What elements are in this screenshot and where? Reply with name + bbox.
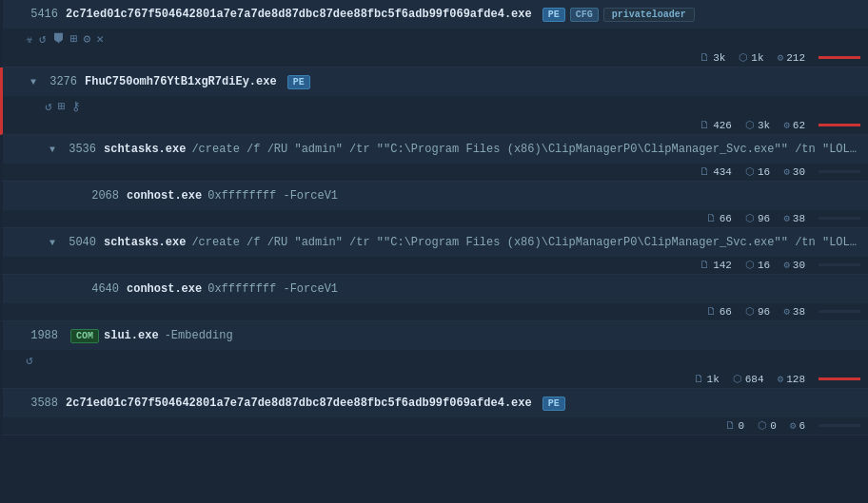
file-stat-value: 0 [739,420,745,432]
file-stat: 🗋 66 [706,212,732,224]
process-row[interactable]: ▼ 3276 FhuC750omh76YtB1xgR7diEy.exe PE [3,68,868,96]
network-stat-value: 16 [758,260,770,271]
network-stat-value: 96 [758,306,770,318]
process-name[interactable]: conhost.exe [127,189,202,203]
file-stat-icon: 🗋 [725,419,736,432]
process-name[interactable]: slui.exe [104,329,159,342]
file-stat-icon: 🗋 [700,165,710,178]
expand-btn[interactable]: ▼ [26,74,41,89]
registry-stat-value: 38 [793,213,805,224]
network-stat: ⬡ 1k [739,51,763,64]
pid: 1988 [22,329,58,342]
process-name[interactable]: 2c71ed01c767f504642801a7e7a7de8d87dbc87d… [66,397,532,410]
process-row[interactable]: 3588 2c71ed01c767f504642801a7e7a7de8d87d… [3,389,868,417]
registry-stat: ⚙ 38 [783,305,805,318]
process-row[interactable]: 1988 COM slui.exe -Embedding [3,321,868,350]
file-stat-value: 66 [720,213,732,224]
process-name[interactable]: conhost.exe [127,282,202,296]
network-stat: ⬡ 96 [745,305,770,318]
registry-stat-icon: ⚙ [783,305,790,318]
registry-stat-icon: ⚙ [790,419,797,432]
network-stat-value: 3k [758,120,770,131]
biohazard-icon[interactable]: ☣ [26,31,33,47]
process-row[interactable]: ▼ 5040 schtasks.exe /create /f /RU "admi… [3,228,868,257]
registry-stat-value: 62 [793,120,805,131]
pid: 3276 [41,75,77,88]
registry-stat-icon: ⚙ [778,51,784,64]
process-group: 1988 COM slui.exe -Embedding ↺ 🗋 1k [0,321,868,389]
file-stat-icon: 🗋 [700,119,710,131]
shield-icon[interactable]: ⛊ [52,32,65,47]
empty-bar [819,263,860,266]
network-stat-value: 684 [745,374,764,385]
refresh-icon[interactable]: ↺ [39,31,47,47]
process-row[interactable]: 5416 2c71ed01c767f504642801a7e7a7de8d87d… [3,0,868,29]
registry-stat: ⚙ 62 [783,119,805,131]
network-stat: ⬡ 684 [733,373,764,385]
process-group: ▼ 3536 schtasks.exe /create /f /RU "admi… [0,135,868,182]
progress-bar [819,124,860,126]
process-group: 3588 2c71ed01c767f504642801a7e7a7de8d87d… [0,389,868,435]
gear-icon[interactable]: ⚙ [83,31,90,47]
key-icon[interactable]: ⚷ [71,99,81,114]
cmd-args: -Embedding [165,329,862,342]
registry-stat-icon: ⚙ [783,119,790,131]
registry-stat-icon: ⚙ [783,165,790,178]
refresh-icon[interactable]: ↺ [26,353,33,368]
pid: 3588 [22,397,58,410]
cross-icon[interactable]: ✕ [96,31,104,47]
grid-icon[interactable]: ⊞ [58,99,66,114]
file-stat-value: 1k [707,374,720,385]
process-group: 4640 conhost.exe 0xffffffff -ForceV1 🗋 6… [0,275,868,321]
network-stat-icon: ⬡ [739,51,748,64]
registry-stat: ⚙ 38 [783,212,805,224]
network-stat-icon: ⬡ [733,373,742,385]
registry-stat-value: 38 [793,306,805,318]
icons-row: ☣↺⛊⊞⚙✕ [3,29,868,49]
refresh-icon[interactable]: ↺ [45,99,52,114]
pid: 3536 [60,143,96,156]
process-row[interactable]: ▼ 3536 schtasks.exe /create /f /RU "admi… [3,135,868,164]
process-name[interactable]: schtasks.exe [104,143,186,156]
badge-pe: PE [287,75,310,89]
process-row[interactable]: 4640 conhost.exe 0xffffffff -ForceV1 [3,275,868,303]
network-stat-value: 16 [758,166,770,178]
registry-stat-icon: ⚙ [778,373,784,385]
network-stat-icon: ⬡ [745,165,755,178]
network-stat-icon: ⬡ [745,212,755,224]
network-stat: ⬡ 96 [745,212,770,224]
network-stat: ⬡ 3k [745,119,770,131]
progress-bar [819,377,860,380]
file-stat-value: 434 [713,166,732,178]
empty-bar [819,310,860,313]
file-stat: 🗋 0 [725,419,745,432]
file-stat-icon: 🗋 [706,305,717,318]
cmd-args: /create /f /RU "admin" /tr ""C:\Program … [191,236,862,249]
file-stat: 🗋 434 [700,165,732,178]
pid: 2068 [83,189,119,203]
process-name[interactable]: FhuC750omh76YtB1xgR7diEy.exe [85,75,277,88]
grid-icon[interactable]: ⊞ [70,31,78,47]
file-stat: 🗋 66 [706,305,732,318]
expand-btn[interactable]: ▼ [45,142,60,157]
file-stat: 🗋 3k [700,51,725,64]
process-row[interactable]: 2068 conhost.exe 0xffffffff -ForceV1 [3,182,868,210]
stats-row: 🗋 434 ⬡ 16 ⚙ 30 [3,164,868,181]
registry-stat-icon: ⚙ [783,259,790,271]
empty-bar [819,424,860,427]
process-name[interactable]: 2c71ed01c767f504642801a7e7a7de8d87dbc87d… [66,8,532,21]
registry-stat-value: 212 [786,52,805,64]
file-stat-value: 3k [713,52,725,64]
badge-pe: PE [542,397,565,411]
registry-stat-value: 6 [799,420,805,432]
file-stat-icon: 🗋 [694,373,704,385]
registry-stat: ⚙ 30 [783,259,805,271]
file-stat-value: 426 [713,120,732,131]
expand-btn[interactable]: ▼ [45,235,60,250]
network-stat: ⬡ 16 [745,259,770,271]
pid: 5416 [22,8,58,21]
registry-stat-value: 30 [793,166,805,178]
network-stat: ⬡ 0 [758,419,777,432]
process-name[interactable]: schtasks.exe [104,236,186,249]
network-stat-value: 1k [751,52,763,64]
